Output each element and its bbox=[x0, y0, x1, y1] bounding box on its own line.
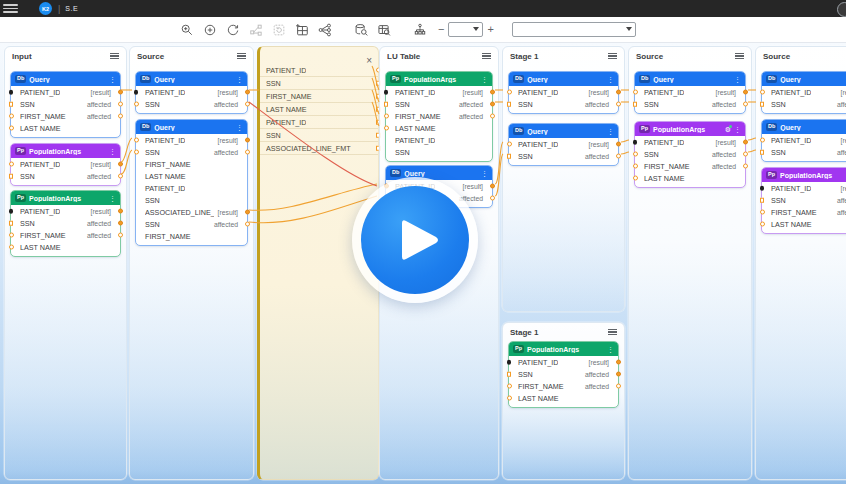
panel-menu-icon[interactable] bbox=[110, 53, 119, 59]
card-menu-icon[interactable]: ⋮ bbox=[607, 128, 614, 135]
field-row[interactable]: SSNaffected bbox=[136, 146, 247, 158]
connection-port[interactable] bbox=[9, 90, 14, 95]
field-row[interactable]: LAST NAME bbox=[260, 103, 378, 116]
query-card[interactable]: DbQuery⋮PATIENT_ID[result]SSNaffected bbox=[761, 71, 846, 114]
field-row[interactable]: PATIENT_ID[result] bbox=[635, 136, 745, 148]
connection-port[interactable] bbox=[633, 102, 638, 107]
field-row[interactable]: PATIENT_ID bbox=[260, 64, 378, 77]
field-row[interactable]: SSNaffected bbox=[11, 217, 120, 229]
connection-port[interactable] bbox=[118, 102, 123, 107]
field-row[interactable]: SSN bbox=[260, 77, 378, 90]
connection-port[interactable] bbox=[616, 142, 621, 147]
connection-port[interactable] bbox=[245, 138, 250, 143]
connection-port[interactable] bbox=[134, 102, 139, 107]
connection-port[interactable] bbox=[245, 210, 250, 215]
card-menu-icon[interactable]: ⋮ bbox=[607, 76, 614, 83]
field-row[interactable]: PATIENT_ID[result] bbox=[762, 134, 846, 146]
connection-port[interactable] bbox=[743, 164, 748, 169]
user-avatar[interactable] bbox=[837, 2, 846, 17]
field-row[interactable]: SSN bbox=[260, 129, 378, 142]
connection-port[interactable] bbox=[507, 384, 512, 389]
connection-port[interactable] bbox=[616, 360, 621, 365]
field-row[interactable]: ASSOCIATED_LINE_FMT bbox=[260, 142, 378, 155]
connection-port[interactable] bbox=[507, 360, 512, 365]
connection-port[interactable] bbox=[245, 102, 250, 107]
connection-port[interactable] bbox=[633, 152, 638, 157]
field-row[interactable]: SSNaffected bbox=[635, 148, 745, 160]
field-row[interactable]: FIRST_NAME bbox=[136, 230, 247, 242]
db-search-icon[interactable] bbox=[352, 21, 369, 38]
card-menu-icon[interactable]: ⋮ bbox=[481, 76, 488, 83]
field-row[interactable]: FIRST_NAME bbox=[136, 158, 247, 170]
connection-port[interactable] bbox=[507, 396, 512, 401]
add-node-icon[interactable] bbox=[201, 21, 218, 38]
field-row[interactable]: PATIENT_ID bbox=[136, 182, 247, 194]
connection-port[interactable] bbox=[760, 102, 765, 107]
field-row[interactable]: FIRST_NAMEaffected bbox=[635, 160, 745, 172]
field-row[interactable]: PATIENT_ID[result] bbox=[762, 86, 846, 98]
connection-port[interactable] bbox=[118, 90, 123, 95]
connection-port[interactable] bbox=[118, 221, 123, 226]
field-row[interactable]: PATIENT_ID[result] bbox=[635, 86, 745, 98]
connection-port[interactable] bbox=[9, 174, 14, 179]
field-row[interactable]: FIRST_NAMEaffected bbox=[509, 380, 618, 392]
connection-port[interactable] bbox=[743, 90, 748, 95]
field-row[interactable]: SSNaffected bbox=[635, 98, 745, 110]
connection-port[interactable] bbox=[507, 154, 512, 159]
field-row[interactable]: SSNaffected bbox=[136, 98, 247, 110]
connection-port[interactable] bbox=[633, 140, 638, 145]
field-row[interactable]: FIRST_NAMEaffected bbox=[11, 229, 120, 241]
query-card[interactable]: DbQuery⋮PATIENT_ID[result]SSNaffected bbox=[634, 71, 746, 114]
query-card[interactable]: DbQuery⋮PATIENT_ID[result]SSNaffected bbox=[508, 123, 619, 166]
field-row[interactable]: PATIENT_ID bbox=[386, 134, 492, 146]
query-card[interactable]: DbQuery⋮PATIENT_ID[result]SSNaffectedFIR… bbox=[10, 71, 121, 138]
connection-port[interactable] bbox=[118, 114, 123, 119]
query-card[interactable]: DbQuery⋮PATIENT_ID[result]SSNaffectedFIR… bbox=[135, 119, 248, 246]
populationargs-card[interactable]: PpPopulationArgs⋮PATIENT_ID[result]SSNaf… bbox=[508, 341, 619, 408]
field-row[interactable]: LAST NAME bbox=[509, 392, 618, 404]
connection-port[interactable] bbox=[134, 150, 139, 155]
field-row[interactable]: FIRST_NAMEaffected bbox=[11, 110, 120, 122]
field-row[interactable]: SSNaffected bbox=[762, 194, 846, 206]
connection-port[interactable] bbox=[9, 126, 14, 131]
connection-port[interactable] bbox=[118, 209, 123, 214]
connection-port[interactable] bbox=[743, 102, 748, 107]
field-row[interactable]: SSNaffected bbox=[386, 98, 492, 110]
field-row[interactable]: ASSOCIATED_LINE_FMT[result] bbox=[136, 206, 247, 218]
field-row[interactable]: PATIENT_ID[result] bbox=[386, 86, 492, 98]
populationargs-card[interactable]: PpPopulationArgs⚙⋮PATIENT_ID[result]SSNa… bbox=[634, 121, 746, 188]
video-play-button[interactable] bbox=[352, 177, 478, 303]
settings-icon[interactable]: ⚙ bbox=[725, 126, 731, 133]
connection-port[interactable] bbox=[9, 221, 14, 226]
zoom-level-select[interactable] bbox=[448, 22, 483, 37]
populationargs-card[interactable]: PpPopulationArgs⋮PATIENT_ID[result]SSNaf… bbox=[761, 167, 846, 234]
connection-port[interactable] bbox=[384, 102, 389, 107]
field-row[interactable]: PATIENT_ID[result] bbox=[762, 182, 846, 194]
card-menu-icon[interactable]: ⋮ bbox=[109, 148, 116, 155]
field-row[interactable]: SSNaffected bbox=[762, 98, 846, 110]
connection-port[interactable] bbox=[384, 114, 389, 119]
query-card[interactable]: DbQuery⋮PATIENT_ID[result]SSNaffected bbox=[135, 71, 248, 114]
connection-port[interactable] bbox=[760, 210, 765, 215]
connection-port[interactable] bbox=[118, 233, 123, 238]
connection-port[interactable] bbox=[616, 154, 621, 159]
field-row[interactable]: LAST NAME bbox=[386, 122, 492, 134]
connection-port[interactable] bbox=[134, 138, 139, 143]
field-row[interactable]: PATIENT_ID[result] bbox=[11, 158, 120, 170]
connection-port[interactable] bbox=[616, 90, 621, 95]
field-row[interactable]: LAST NAME bbox=[11, 241, 120, 253]
populationargs-card[interactable]: PpPopulationArgs⋮PATIENT_ID[result]SSNaf… bbox=[385, 71, 493, 162]
connection-port[interactable] bbox=[490, 90, 495, 95]
connection-port[interactable] bbox=[245, 150, 250, 155]
populationargs-card[interactable]: PpPopulationArgs⋮PATIENT_ID[result]SSNaf… bbox=[10, 143, 121, 186]
connection-port[interactable] bbox=[9, 209, 14, 214]
field-row[interactable]: SSNaffected bbox=[509, 368, 618, 380]
field-row[interactable]: SSNaffected bbox=[136, 218, 247, 230]
card-menu-icon[interactable]: ⋮ bbox=[607, 346, 614, 353]
connection-port[interactable] bbox=[760, 222, 765, 227]
card-menu-icon[interactable]: ⋮ bbox=[236, 76, 243, 83]
field-row[interactable]: PATIENT_ID[result] bbox=[509, 138, 618, 150]
connection-port[interactable] bbox=[760, 150, 765, 155]
connection-port[interactable] bbox=[490, 196, 495, 201]
query-card[interactable]: DbQuery⋮PATIENT_ID[result]SSNaffected bbox=[761, 119, 846, 162]
